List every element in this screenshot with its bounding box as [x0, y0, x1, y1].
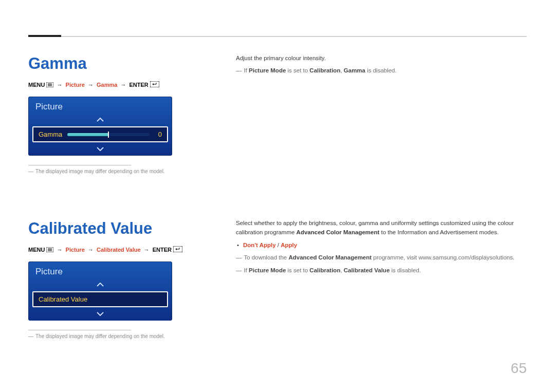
osd-down-arrow[interactable]	[28, 309, 172, 321]
gamma-slider-handle[interactable]	[108, 132, 109, 138]
calibrated-options: Don't Apply / Apply	[236, 240, 527, 250]
calibrated-disabled-note: ―If Picture Mode is set to Calibration, …	[236, 266, 527, 275]
nav-calibrated-value: Calibrated Value	[97, 247, 141, 253]
dash-icon: ―	[28, 169, 35, 174]
option-apply: Apply	[281, 242, 297, 248]
nav-menu-label: MENU	[28, 82, 45, 88]
arrow-icon: →	[55, 247, 64, 253]
disclaimer-rule	[28, 330, 131, 330]
osd-up-arrow[interactable]	[28, 280, 172, 291]
nav-enter-label: ENTER	[153, 247, 172, 253]
calibrated-left-column: Calibrated Value MENU → Picture → Calibr…	[28, 215, 224, 339]
gamma-value: 0	[155, 130, 162, 138]
osd-gamma-row[interactable]: Gamma 0	[32, 126, 168, 142]
enter-icon	[150, 81, 159, 88]
gamma-left-column: Gamma MENU → Picture → Gamma → ENTER Pic…	[28, 50, 224, 174]
nav-enter-label: ENTER	[129, 82, 148, 88]
arrow-icon: →	[142, 247, 151, 253]
option-dont-apply: Don't Apply	[243, 242, 276, 248]
osd-title: Picture	[28, 97, 172, 115]
arrow-icon: →	[55, 82, 64, 88]
gamma-nav-path: MENU → Picture → Gamma → ENTER	[28, 81, 224, 88]
nav-picture: Picture	[66, 82, 85, 88]
dash-icon: ―	[236, 254, 244, 260]
calibrated-osd-panel: Picture Calibrated Value	[28, 262, 172, 321]
gamma-slider-fill	[67, 133, 108, 136]
menu-icon	[46, 247, 53, 253]
nav-menu-label: MENU	[28, 247, 45, 253]
enter-icon	[173, 246, 182, 253]
dash-icon: ―	[236, 267, 244, 273]
menu-icon	[46, 82, 53, 88]
arrow-icon: →	[86, 82, 95, 88]
calibrated-nav-path: MENU → Picture → Calibrated Value → ENTE…	[28, 246, 224, 253]
dash-icon: ―	[28, 333, 35, 339]
osd-up-arrow[interactable]	[28, 115, 172, 126]
gamma-right-column: Adjust the primary colour intensity. ―If…	[236, 50, 527, 174]
arrow-icon: →	[86, 247, 95, 253]
calibrated-description: Select whether to apply the brightness, …	[236, 218, 527, 237]
dash-icon: ―	[236, 67, 244, 73]
calibrated-right-column: Select whether to apply the brightness, …	[236, 215, 527, 339]
disclaimer-rule	[28, 165, 131, 165]
gamma-slider[interactable]	[67, 133, 150, 136]
nav-picture: Picture	[66, 247, 85, 253]
gamma-heading: Gamma	[28, 54, 224, 73]
page-top-rule	[28, 36, 527, 37]
page-number: 65	[511, 360, 527, 377]
gamma-osd-panel: Picture Gamma 0	[28, 97, 172, 156]
osd-calibrated-row[interactable]: Calibrated Value	[32, 291, 168, 307]
calibrated-disclaimer: ―The displayed image may differ dependin…	[28, 333, 224, 339]
page-top-rule-accent	[28, 35, 61, 37]
gamma-disclaimer: ―The displayed image may differ dependin…	[28, 169, 224, 174]
nav-gamma: Gamma	[97, 82, 117, 88]
osd-title: Picture	[28, 262, 172, 280]
osd-down-arrow[interactable]	[28, 144, 172, 156]
calibrated-download-note: ―To download the Advanced Color Manageme…	[236, 253, 527, 262]
calibrated-heading: Calibrated Value	[28, 219, 224, 238]
arrow-icon: →	[119, 82, 127, 88]
gamma-description: Adjust the primary colour intensity.	[236, 53, 527, 63]
osd-row-label: Gamma	[39, 130, 62, 138]
gamma-note: ―If Picture Mode is set to Calibration, …	[236, 66, 527, 75]
osd-row-label: Calibrated Value	[39, 295, 87, 303]
